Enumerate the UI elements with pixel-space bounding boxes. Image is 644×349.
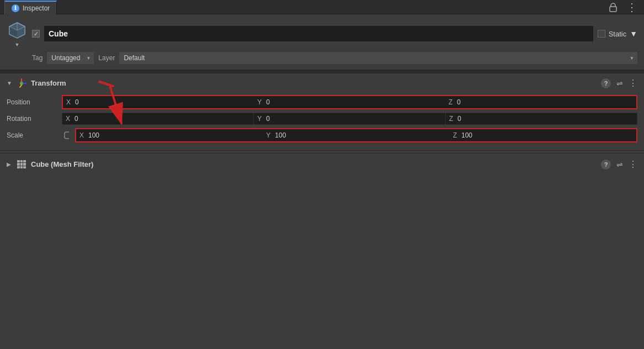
object-icon-container: ▼ [7, 20, 28, 47]
scale-x-input[interactable] [86, 131, 263, 139]
checkmark: ✓ [34, 31, 39, 37]
rotation-row: Rotation X Y Z [7, 112, 637, 126]
rotation-y-input[interactable] [264, 115, 445, 123]
scale-z-axis: Z [450, 131, 459, 139]
lock-button[interactable] [606, 1, 620, 13]
inspector-tab[interactable]: ℹ Inspector [4, 1, 57, 14]
rotation-y-axis: Y [254, 115, 264, 123]
scale-x-axis: X [76, 131, 86, 139]
object-active-checkbox[interactable]: ✓ [32, 30, 40, 38]
transform-icon [17, 78, 26, 88]
more-options-button[interactable]: ⋮ [624, 0, 640, 15]
mesh-filter-section: ▶ Cube (Mesh Filter) ? ⇌ ⋮ [0, 153, 644, 175]
position-fields-highlight: X Y Z [62, 95, 637, 109]
layer-select-wrapper: Default [119, 52, 637, 64]
transform-component: ▼ Transform ? ⇌ ⋮ [0, 73, 644, 151]
object-dropdown-arrow[interactable]: ▼ [15, 42, 20, 47]
rotation-x-input[interactable] [72, 115, 253, 123]
static-checkbox[interactable] [598, 30, 605, 38]
mesh-filter-icon-container [17, 160, 26, 170]
scale-row: Scale X [7, 128, 637, 142]
layer-label: Layer [98, 54, 115, 62]
scale-y-axis: Y [263, 131, 273, 139]
object-name-input[interactable] [44, 26, 593, 41]
position-z-field[interactable]: Z [445, 96, 636, 108]
settings-icon[interactable]: ⇌ [616, 79, 623, 88]
position-y-input[interactable] [264, 98, 445, 106]
position-x-axis: X [63, 98, 73, 106]
scale-y-field[interactable]: Y [263, 129, 449, 141]
rotation-z-field[interactable]: Z [446, 113, 637, 125]
tab-actions: ⋮ [606, 0, 640, 14]
mesh-filter-actions: ? ⇌ ⋮ [601, 159, 637, 170]
scale-z-input[interactable] [459, 131, 636, 139]
object-header-row2: Tag Untagged Layer Default [7, 52, 637, 64]
component-header[interactable]: ▼ Transform ? ⇌ ⋮ [0, 73, 644, 93]
collapse-arrow: ▼ [7, 80, 12, 86]
cube-icon [7, 20, 28, 41]
scale-z-field[interactable]: Z [450, 129, 636, 141]
layer-select[interactable]: Default [119, 52, 637, 64]
mesh-filter-name: Cube (Mesh Filter) [31, 160, 597, 168]
component-body: Position X Y Z [0, 93, 644, 150]
transform-body-wrapper: Position X Y Z [0, 93, 644, 150]
rotation-z-axis: Z [446, 115, 455, 123]
transform-component-name: Transform [31, 79, 597, 87]
scale-x-field[interactable]: X [76, 129, 263, 141]
position-x-input[interactable] [73, 98, 254, 106]
info-icon: ℹ [12, 4, 19, 12]
rotation-x-field[interactable]: X [62, 113, 254, 125]
svg-rect-0 [610, 7, 616, 12]
component-actions: ? ⇌ ⋮ [601, 78, 637, 88]
static-label: Static [609, 30, 627, 38]
position-x-field[interactable]: X [63, 96, 254, 108]
grid-icon [17, 160, 26, 169]
transform-icon-container [17, 78, 26, 88]
rotation-x-axis: X [62, 115, 72, 123]
inspector-tab-label: Inspector [23, 4, 50, 12]
component-more-icon[interactable]: ⋮ [629, 78, 637, 88]
inspector-panel: ℹ Inspector ⋮ [0, 0, 644, 349]
cube-svg [7, 20, 27, 40]
mesh-filter-more-icon[interactable]: ⋮ [629, 159, 637, 170]
svg-line-11 [20, 85, 22, 87]
tag-select[interactable]: Untagged [47, 52, 94, 64]
scale-fields-highlight: X Y Z [75, 128, 637, 142]
mesh-filter-help-icon[interactable]: ? [601, 160, 611, 170]
tab-bar: ℹ Inspector ⋮ [0, 0, 644, 14]
static-area: Static ▼ [598, 29, 637, 38]
tag-select-wrapper: Untagged [47, 52, 94, 64]
position-label: Position [7, 98, 62, 106]
scale-link-icon[interactable] [62, 131, 75, 140]
position-z-input[interactable] [455, 98, 636, 106]
rotation-z-input[interactable] [455, 115, 637, 123]
tag-label: Tag [32, 54, 42, 62]
mesh-filter-settings-icon[interactable]: ⇌ [616, 160, 623, 169]
rotation-label: Rotation [7, 115, 62, 123]
position-row: Position X Y Z [7, 95, 637, 109]
checkbox-area[interactable]: ✓ [32, 30, 40, 38]
scale-y-input[interactable] [273, 131, 449, 139]
object-header-row1: ▼ ✓ Static ▼ [7, 20, 637, 47]
rotation-y-field[interactable]: Y [254, 113, 445, 125]
more-icon: ⋮ [626, 1, 637, 14]
mesh-filter-header[interactable]: ▶ Cube (Mesh Filter) ? ⇌ ⋮ [0, 153, 644, 175]
mesh-filter-collapse-arrow: ▶ [7, 161, 12, 167]
static-dropdown-button[interactable]: ▼ [630, 29, 637, 38]
position-y-field[interactable]: Y [254, 96, 445, 108]
object-header: ▼ ✓ Static ▼ Tag Untagged [0, 14, 644, 70]
position-y-axis: Y [254, 98, 264, 106]
help-icon[interactable]: ? [601, 78, 611, 88]
lock-icon [609, 2, 618, 12]
scale-label: Scale [7, 131, 62, 139]
position-z-axis: Z [445, 98, 455, 106]
rotation-fields: X Y Z [62, 113, 637, 125]
